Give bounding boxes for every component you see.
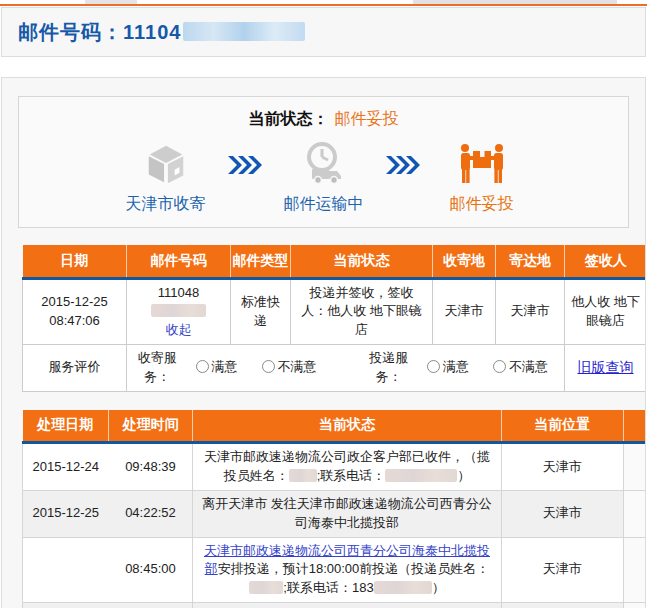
status-panel: 当前状态：邮件妥投 天津市收寄 [18, 96, 629, 228]
col-header-date: 日期 [23, 245, 127, 278]
trace-time-cell: 08:47:06 [109, 603, 193, 608]
redacted-courier-name [249, 581, 283, 594]
trace-date-cell [23, 537, 109, 603]
trace-row: 08:45:00 天津市邮政速递物流公司西青分公司海泰中北揽投部安排投递，预计1… [23, 537, 646, 603]
status-text: ） [432, 580, 445, 595]
pickup-unsatisfied-label: 不满意 [278, 359, 317, 374]
col-header-signer: 签收人 [565, 245, 647, 278]
evaluation-options-cell: 收寄服务： 满意 不满意 投递服务： 满意 不满意 [127, 345, 565, 392]
current-status-line: 当前状态：邮件妥投 [19, 109, 628, 130]
redacted-courier-name [289, 469, 317, 482]
trace-row: 2015-12-24 09:48:39 天津市邮政速递物流公司政企客户部已收件，… [23, 443, 646, 491]
summary-row: 2015-12-25 08:47:06 111048 收起 标准快递 投递并签收… [23, 278, 647, 345]
trace-time-cell: 04:22:52 [109, 490, 193, 537]
delivered-icon [458, 140, 506, 188]
delivery-unsatisfied-radio[interactable] [493, 360, 506, 373]
delivery-service-label: 投递服务： [365, 349, 414, 387]
col-header-process-time: 处理时间 [109, 410, 193, 443]
trace-time-cell: 09:48:39 [109, 443, 193, 491]
status-text: 安排投递，预计18:00:00前投递（投递员姓名： [218, 561, 490, 576]
col-header-origin: 收寄地 [433, 245, 496, 278]
redacted-phone [385, 469, 457, 482]
gutter-cell [623, 537, 645, 603]
trace-status-cell: 投递并签收，签收人：他人收 地下眼镜店 [193, 603, 501, 608]
summary-header-row: 日期 邮件号码 邮件类型 当前状态 收寄地 寄达地 签收人 [23, 245, 647, 278]
trace-date-cell [23, 603, 109, 608]
mail-number-digits: 111048 [158, 285, 199, 300]
col-header-process-date: 处理日期 [23, 410, 109, 443]
summary-status-cell: 投递并签收，签收人：他人收 地下眼镜店 [291, 278, 433, 345]
legacy-query-link[interactable]: 旧版查询 [578, 359, 634, 375]
delivery-satisfied-label: 满意 [443, 359, 469, 374]
summary-date-cell: 2015-12-25 08:47:06 [23, 278, 127, 345]
service-evaluation-row: 服务评价 收寄服务： 满意 不满意 投递服务： 满意 不满意 旧版查询 [23, 345, 647, 392]
redacted-mail-number [183, 22, 305, 41]
status-text: ;联系电话： [317, 468, 386, 483]
trace-location-cell: 天津市 [501, 443, 623, 491]
mail-number-header: 邮件号码：11104 [1, 7, 646, 57]
col-header-current-status: 当前状态 [291, 245, 433, 278]
col-header-current-location: 当前位置 [501, 410, 623, 443]
collapse-link[interactable]: 收起 [166, 322, 192, 337]
trace-header-row: 处理日期 处理时间 当前状态 当前位置 [23, 410, 646, 443]
summary-table: 日期 邮件号码 邮件类型 当前状态 收寄地 寄达地 签收人 2015-12-25… [22, 245, 646, 392]
gutter-cell [623, 490, 645, 537]
trace-status-cell: 天津市邮政速递物流公司西青分公司海泰中北揽投部安排投递，预计18:00:00前投… [193, 537, 501, 603]
col-header-destination: 寄达地 [496, 245, 565, 278]
summary-mail-type-cell: 标准快递 [231, 278, 291, 345]
trace-date-cell: 2015-12-24 [23, 443, 109, 491]
mail-number-visible-digits: 11104 [123, 21, 181, 43]
gutter-cell [623, 443, 645, 491]
top-remnant-strip [0, 0, 647, 6]
step-collected: 天津市收寄 [114, 140, 218, 215]
summary-destination-cell: 天津市 [496, 278, 565, 345]
package-icon [143, 140, 189, 188]
mail-number-title-text: 邮件号码： [18, 21, 123, 43]
evaluation-label-cell: 服务评价 [23, 345, 127, 392]
col-header-gutter [623, 410, 645, 443]
trace-location-cell: 天津市 [501, 537, 623, 603]
gutter-cell [623, 603, 645, 608]
status-text: ;联系电话：183 [283, 580, 373, 595]
delivery-unsatisfied-label: 不满意 [509, 359, 548, 374]
current-status-value: 邮件妥投 [335, 110, 399, 127]
legacy-query-cell: 旧版查询 [565, 345, 647, 392]
trace-status-cell: 离开天津市 发往天津市邮政速递物流公司西青分公司海泰中北揽投部 [193, 490, 501, 537]
tracking-content-panel: 当前状态：邮件妥投 天津市收寄 [1, 77, 646, 608]
mail-number-label: 邮件号码：11104 [18, 19, 305, 46]
step-label: 天津市收寄 [126, 194, 206, 215]
progress-steps: 天津市收寄 [19, 140, 628, 215]
pickup-service-label: 收寄服务： [133, 349, 182, 387]
pickup-unsatisfied-radio[interactable] [262, 360, 275, 373]
trace-table: 处理日期 处理时间 当前状态 当前位置 2015-12-24 09:48:39 … [22, 410, 646, 608]
status-text: ） [457, 468, 470, 483]
trace-date-cell: 2015-12-25 [23, 490, 109, 537]
transport-icon [300, 140, 348, 188]
step-label: 邮件妥投 [450, 194, 514, 215]
col-header-mail-type: 邮件类型 [231, 245, 291, 278]
step-label: 邮件运输中 [284, 194, 364, 215]
step-delivered: 邮件妥投 [430, 140, 534, 215]
summary-mail-number-cell: 111048 收起 [127, 278, 231, 345]
pickup-satisfied-label: 满意 [212, 359, 238, 374]
redacted-phone [374, 581, 432, 594]
pickup-satisfied-radio[interactable] [196, 360, 209, 373]
col-header-current-status: 当前状态 [193, 410, 501, 443]
redacted-mail-number [151, 304, 206, 317]
current-status-label: 当前状态： [249, 110, 329, 127]
chevrons-right-icon [228, 156, 262, 177]
trace-row: 08:47:06 投递并签收，签收人：他人收 地下眼镜店 天津市 [23, 603, 646, 608]
trace-time-cell: 08:45:00 [109, 537, 193, 603]
trace-location-cell: 天津市 [501, 490, 623, 537]
trace-location-cell: 天津市 [501, 603, 623, 608]
summary-origin-cell: 天津市 [433, 278, 496, 345]
delivery-satisfied-radio[interactable] [427, 360, 440, 373]
trace-row: 2015-12-25 04:22:52 离开天津市 发往天津市邮政速递物流公司西… [23, 490, 646, 537]
col-header-mail-number: 邮件号码 [127, 245, 231, 278]
summary-signer-cell: 他人收 地下眼镜店 [565, 278, 647, 345]
chevrons-right-icon [386, 156, 420, 177]
step-in-transit: 邮件运输中 [272, 140, 376, 215]
trace-status-cell: 天津市邮政速递物流公司政企客户部已收件，（揽投员姓名：;联系电话：） [193, 443, 501, 491]
orange-divider [0, 4, 647, 6]
